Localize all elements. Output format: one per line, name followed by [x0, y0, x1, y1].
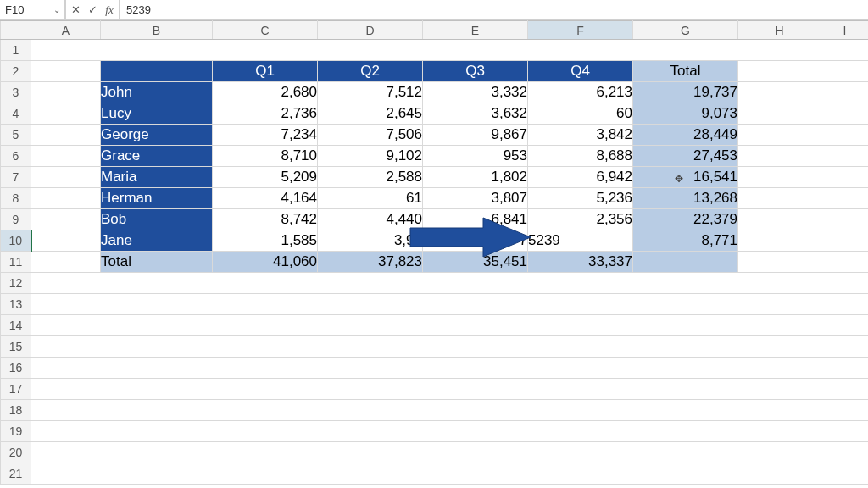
- cell[interactable]: [31, 442, 869, 463]
- editing-cell[interactable]: 5239: [528, 230, 633, 252]
- cell[interactable]: 3,807: [423, 188, 528, 209]
- name-cell[interactable]: Maria: [101, 167, 213, 188]
- cell[interactable]: 5,209: [213, 167, 318, 188]
- spreadsheet-grid[interactable]: A B C D E F G H I 1 2 Q1 Q2 Q3 Q4 Total: [0, 20, 868, 485]
- row-header-18[interactable]: 18: [1, 400, 31, 421]
- col-header-G[interactable]: G: [633, 21, 738, 40]
- cell[interactable]: [821, 103, 869, 125]
- row-header-14[interactable]: 14: [1, 315, 31, 336]
- cell[interactable]: [738, 61, 821, 82]
- cell[interactable]: [31, 125, 101, 146]
- cell[interactable]: [821, 252, 869, 273]
- cell[interactable]: 3,842: [528, 125, 633, 146]
- cell[interactable]: 60: [528, 103, 633, 125]
- cell[interactable]: [31, 103, 101, 125]
- cell[interactable]: 3,96: [318, 230, 423, 252]
- cell[interactable]: 8,742: [213, 209, 318, 230]
- row-header-5[interactable]: 5: [1, 125, 31, 146]
- fx-icon[interactable]: fx: [103, 3, 115, 17]
- table-corner[interactable]: [101, 61, 213, 82]
- cell[interactable]: 6,841: [423, 209, 528, 230]
- cell[interactable]: 2,588: [318, 167, 423, 188]
- cell[interactable]: 7,234: [213, 125, 318, 146]
- cell[interactable]: [31, 82, 101, 103]
- total-cell[interactable]: 27,453: [633, 146, 738, 167]
- cell[interactable]: [738, 82, 821, 103]
- cell[interactable]: [738, 103, 821, 125]
- total-q4[interactable]: 33,337: [528, 252, 633, 273]
- total-cell[interactable]: 8,771: [633, 230, 738, 252]
- cell[interactable]: [821, 125, 869, 146]
- row-header-15[interactable]: 15: [1, 336, 31, 358]
- row-header-4[interactable]: 4: [1, 103, 31, 125]
- cell[interactable]: [821, 82, 869, 103]
- row-header-12[interactable]: 12: [1, 273, 31, 294]
- total-cell[interactable]: 22,379: [633, 209, 738, 230]
- cell[interactable]: 4,440: [318, 209, 423, 230]
- cell[interactable]: [31, 167, 101, 188]
- cell[interactable]: [31, 463, 869, 485]
- cell[interactable]: 2,736: [213, 103, 318, 125]
- cell[interactable]: [821, 146, 869, 167]
- cell[interactable]: 7,506: [318, 125, 423, 146]
- cell[interactable]: [821, 209, 869, 230]
- col-header-C[interactable]: C: [213, 21, 318, 40]
- row-header-2[interactable]: 2: [1, 61, 31, 82]
- cell[interactable]: 5,236: [528, 188, 633, 209]
- cell[interactable]: [31, 421, 869, 442]
- confirm-icon[interactable]: ✓: [86, 3, 98, 16]
- row-header-1[interactable]: 1: [1, 40, 31, 61]
- col-header-B[interactable]: B: [101, 21, 213, 40]
- row-header-21[interactable]: 21: [1, 463, 31, 485]
- cell[interactable]: 2,680: [213, 82, 318, 103]
- name-cell[interactable]: John: [101, 82, 213, 103]
- name-cell[interactable]: Herman: [101, 188, 213, 209]
- cell[interactable]: 2,356: [528, 209, 633, 230]
- cell[interactable]: 7: [423, 230, 528, 252]
- name-cell[interactable]: Bob: [101, 209, 213, 230]
- total-cell[interactable]: 19,737: [633, 82, 738, 103]
- cell[interactable]: 7,512: [318, 82, 423, 103]
- name-cell[interactable]: Grace: [101, 146, 213, 167]
- col-header-E[interactable]: E: [423, 21, 528, 40]
- cell[interactable]: 61: [318, 188, 423, 209]
- col-header-I[interactable]: I: [821, 21, 869, 40]
- cell[interactable]: [31, 400, 869, 421]
- cell[interactable]: [738, 209, 821, 230]
- cell[interactable]: [821, 230, 869, 252]
- select-all-corner[interactable]: [1, 21, 31, 40]
- name-cell[interactable]: Jane: [101, 230, 213, 252]
- cell[interactable]: 1,585: [213, 230, 318, 252]
- row-header-8[interactable]: 8: [1, 188, 31, 209]
- cell[interactable]: 8,710: [213, 146, 318, 167]
- cell[interactable]: 8,688: [528, 146, 633, 167]
- cell[interactable]: [31, 61, 101, 82]
- col-header-A[interactable]: A: [31, 21, 101, 40]
- row-header-11[interactable]: 11: [1, 252, 31, 273]
- name-cell[interactable]: Lucy: [101, 103, 213, 125]
- header-total[interactable]: Total: [633, 61, 738, 82]
- cell[interactable]: 3,332: [423, 82, 528, 103]
- cell[interactable]: 953: [423, 146, 528, 167]
- cell[interactable]: [31, 230, 101, 252]
- total-cell[interactable]: 9,073: [633, 103, 738, 125]
- col-header-D[interactable]: D: [318, 21, 423, 40]
- cell[interactable]: [31, 209, 101, 230]
- cell[interactable]: 6,213: [528, 82, 633, 103]
- cell[interactable]: [31, 146, 101, 167]
- total-label[interactable]: Total: [101, 252, 213, 273]
- row-header-6[interactable]: 6: [1, 146, 31, 167]
- cell[interactable]: 4,164: [213, 188, 318, 209]
- row-header-13[interactable]: 13: [1, 294, 31, 315]
- cell[interactable]: [738, 125, 821, 146]
- cell[interactable]: [738, 230, 821, 252]
- total-q1[interactable]: 41,060: [213, 252, 318, 273]
- cell[interactable]: 9,102: [318, 146, 423, 167]
- row-header-3[interactable]: 3: [1, 82, 31, 103]
- cell[interactable]: [821, 167, 869, 188]
- col-header-H[interactable]: H: [738, 21, 821, 40]
- cell[interactable]: [31, 358, 869, 379]
- total-grand[interactable]: [633, 252, 738, 273]
- cell[interactable]: [31, 294, 869, 315]
- total-q2[interactable]: 37,823: [318, 252, 423, 273]
